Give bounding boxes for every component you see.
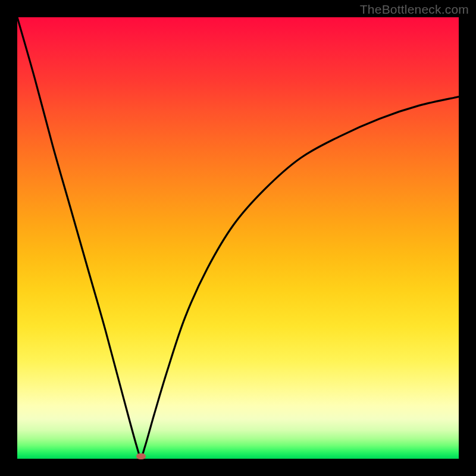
plot-area	[17, 17, 459, 459]
min-marker	[136, 453, 146, 459]
bottleneck-curve	[17, 17, 459, 459]
watermark-text: TheBottleneck.com	[360, 2, 469, 17]
chart-frame: TheBottleneck.com	[0, 0, 476, 476]
